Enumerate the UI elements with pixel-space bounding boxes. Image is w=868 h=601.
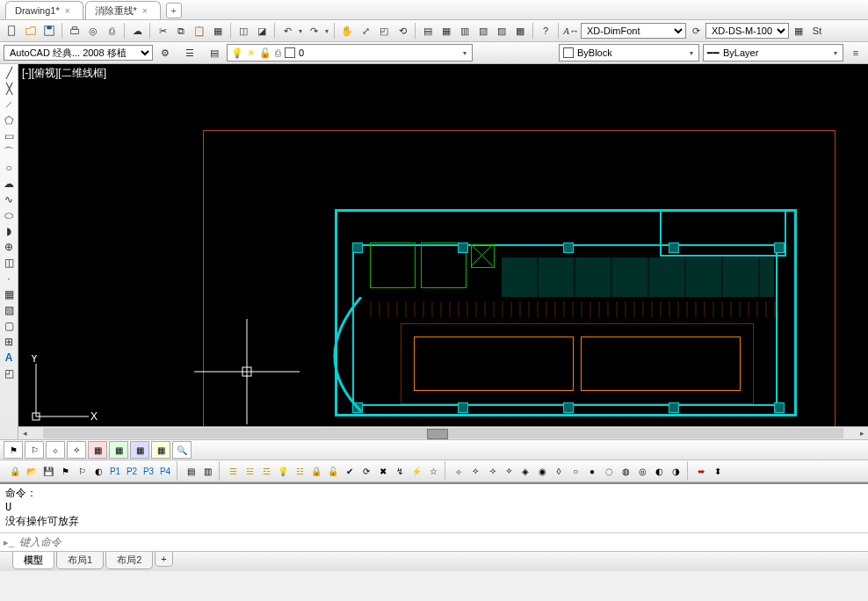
make-block-icon[interactable]: ◫ <box>2 256 16 270</box>
markup-icon[interactable]: ▨ <box>493 22 510 40</box>
open-icon[interactable]: 📂 <box>24 463 40 479</box>
modify-icon[interactable]: ◎ <box>634 463 650 479</box>
close-icon[interactable]: × <box>142 6 148 16</box>
hatch-icon[interactable]: ▦ <box>2 287 16 301</box>
modify-icon[interactable]: ⟣ <box>501 463 517 479</box>
dimscale-select[interactable]: XD-DS-M-100 <box>705 23 789 39</box>
redo-icon[interactable]: ↷ <box>305 22 322 40</box>
table-icon[interactable]: ⊞ <box>2 335 16 349</box>
modify-icon[interactable]: ◊ <box>551 463 567 479</box>
tab-drawing2[interactable]: 消除重线* × <box>85 1 161 19</box>
print-icon[interactable] <box>66 22 83 40</box>
flag-icon[interactable]: ⚑ <box>57 463 73 479</box>
flag2-icon[interactable]: ⚐ <box>74 463 90 479</box>
linetype-combo[interactable]: ━━ ByLayer ▾ <box>703 44 843 62</box>
arc-icon[interactable]: ⌒ <box>2 145 16 159</box>
zoom-icon[interactable]: 🔍 <box>172 441 192 459</box>
zoom-win-icon[interactable]: ◰ <box>375 22 393 40</box>
properties-icon[interactable]: ▤ <box>419 22 437 40</box>
tool-icon[interactable]: ⚐ <box>25 441 44 459</box>
open-icon[interactable] <box>22 22 40 40</box>
dim-style-icon[interactable]: A↔ <box>562 22 580 40</box>
copy-icon[interactable]: ⧉ <box>172 22 190 40</box>
scroll-right-icon[interactable]: ▸ <box>856 428 868 438</box>
save-icon[interactable] <box>40 22 58 40</box>
chevron-down-icon[interactable]: ▾ <box>323 27 330 35</box>
gear-icon[interactable]: ⚙ <box>156 44 174 62</box>
tab-model[interactable]: 模型 <box>12 552 54 569</box>
modify-icon[interactable]: ◉ <box>534 463 550 479</box>
ext-icon[interactable]: ⬌ <box>693 463 709 479</box>
modify-icon[interactable]: ◐ <box>651 463 667 479</box>
modify-icon[interactable]: ◌ <box>601 463 617 479</box>
layer-manager-icon[interactable]: ▤ <box>206 44 223 62</box>
insert-icon[interactable]: ⊕ <box>2 240 16 254</box>
layer-tool-icon[interactable]: ▥ <box>199 463 215 479</box>
rect-icon[interactable]: ▭ <box>2 129 16 143</box>
block2-icon[interactable]: ◪ <box>253 22 271 40</box>
tab-layout2[interactable]: 布局2 <box>105 552 153 569</box>
new-icon[interactable] <box>4 22 21 40</box>
layoff-icon[interactable]: ☲ <box>258 463 274 479</box>
layer-tool-icon[interactable]: ▤ <box>183 463 199 479</box>
close-icon[interactable]: × <box>65 6 70 16</box>
modify-icon[interactable]: ◈ <box>517 463 533 479</box>
zoom-rt-icon[interactable]: ⤢ <box>357 22 374 40</box>
region-icon[interactable]: ▢ <box>2 319 16 333</box>
layer-props-icon[interactable]: ☰ <box>181 44 199 62</box>
chevron-down-icon[interactable]: ▾ <box>297 27 304 35</box>
block-icon[interactable]: ◫ <box>235 22 252 40</box>
ext-icon[interactable]: ⬍ <box>710 463 726 479</box>
tool-icon[interactable]: ▦ <box>130 441 149 459</box>
lineweight-icon[interactable]: ≡ <box>847 44 864 62</box>
dimstyle-select[interactable]: XD-DimFont <box>581 23 686 39</box>
zoom-prev-icon[interactable]: ⟲ <box>394 22 411 40</box>
modify-icon[interactable]: ○ <box>568 463 583 479</box>
tab-drawing1[interactable]: Drawing1* × <box>5 1 83 19</box>
bulb-icon[interactable]: 💡 <box>275 463 291 479</box>
color-combo[interactable]: ByBlock ▾ <box>559 44 699 62</box>
tool-icon[interactable]: ⚑ <box>4 441 23 459</box>
cloud-icon[interactable]: ☁ <box>128 22 146 40</box>
layer-tool-icon[interactable]: ☆ <box>425 463 441 479</box>
add-layout-button[interactable]: + <box>155 552 172 567</box>
add-tab-button[interactable]: + <box>166 3 182 18</box>
tool-pal-icon[interactable]: ▥ <box>456 22 474 40</box>
layulk-icon[interactable]: 🔓 <box>325 463 341 479</box>
lock-icon[interactable]: 🔒 <box>7 463 23 479</box>
tool-icon[interactable]: ⟡ <box>67 441 86 459</box>
modify-icon[interactable]: ● <box>584 463 600 479</box>
scroll-left-icon[interactable]: ◂ <box>18 428 31 438</box>
paste-icon[interactable]: 📋 <box>191 22 208 40</box>
dim-update-icon[interactable]: ⟳ <box>687 22 705 40</box>
scroll-thumb[interactable] <box>427 429 448 439</box>
toggle-icon[interactable]: ◐ <box>90 463 106 479</box>
p1-button[interactable]: P1 <box>107 463 123 479</box>
modify-icon[interactable]: ◍ <box>618 463 633 479</box>
layer-tool-icon[interactable]: ⟳ <box>358 463 374 479</box>
tool-icon[interactable]: ▦ <box>109 441 128 459</box>
dcenter-icon[interactable]: ▦ <box>438 22 455 40</box>
horizontal-scrollbar[interactable]: ◂ ▸ <box>18 426 868 439</box>
pan-icon[interactable]: ✋ <box>338 22 356 40</box>
point-icon[interactable]: · <box>2 272 16 286</box>
p2-button[interactable]: P2 <box>124 463 140 479</box>
layon-icon[interactable]: ☳ <box>292 463 307 479</box>
tool-icon[interactable]: ▦ <box>151 441 170 459</box>
tool-icon[interactable]: ⟐ <box>46 441 65 459</box>
sheet-icon[interactable]: ▧ <box>474 22 492 40</box>
layer-tool-icon[interactable]: ↯ <box>392 463 408 479</box>
layer-combo[interactable]: 💡 ☀ 🔓 ⎙ 0 ▾ <box>227 44 473 62</box>
modify-icon[interactable]: ◑ <box>668 463 684 479</box>
circle-icon[interactable]: ○ <box>2 161 16 175</box>
revcloud-icon[interactable]: ☁ <box>2 177 16 191</box>
tool-icon[interactable]: ▦ <box>88 441 107 459</box>
scroll-track[interactable] <box>43 428 843 438</box>
layiso-icon[interactable]: ☰ <box>225 463 241 479</box>
pline-icon[interactable]: ⟋ <box>2 98 16 112</box>
polygon-icon[interactable]: ⬠ <box>2 113 16 127</box>
drawing-canvas[interactable]: [-][俯视][二维线框] <box>18 64 868 439</box>
modify-icon[interactable]: ⟡ <box>467 463 483 479</box>
ellipse-arc-icon[interactable]: ◗ <box>2 224 16 238</box>
preview-icon[interactable]: ◎ <box>84 22 102 40</box>
